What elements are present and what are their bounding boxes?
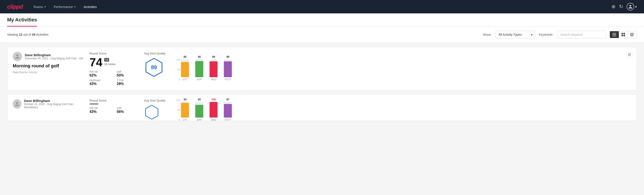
show-label: Show: [483, 33, 492, 36]
bar-group-ott: 94 OTT [181, 98, 189, 121]
search-input[interactable] [557, 31, 606, 38]
main-nav: Teams ▾ Performance ▾ Activities [30, 3, 604, 10]
svg-rect-9 [630, 35, 634, 35]
hexagon-wrapper: 89 [144, 57, 164, 78]
fw-hit-stat: FW Hit 62% [90, 70, 111, 78]
bar-container [195, 102, 203, 118]
bar-container [210, 102, 218, 118]
round-score-label: Round Score [90, 99, 138, 102]
svg-marker-12 [146, 105, 158, 119]
gir-stat: GIR 50% [117, 70, 138, 78]
bar-group-app: 90 APP [195, 55, 203, 81]
shot-quality-chart: 100 50 0 94 OTT 82 [176, 99, 631, 121]
nav-item-activities[interactable]: Activities [80, 3, 100, 10]
page-title: My Activities [7, 17, 37, 26]
avg-shot-quality: Avg Shot Quality 89 [144, 52, 171, 78]
avatar-chevron-icon: ▾ [635, 5, 637, 9]
round-score-label: Round Score [90, 52, 138, 55]
performance-chevron-icon: ▾ [74, 5, 76, 8]
bar-fill [210, 61, 218, 77]
bar-chart-area: 100 50 0 94 OTT 82 [176, 99, 631, 121]
holes-label: 18 Holes [104, 62, 116, 66]
activity-card: Dave Billingham December 05, 2021 - Gog … [7, 47, 637, 90]
round-score-row [90, 104, 138, 104]
bar-groups: 94 OTT 82 APP 106 [181, 99, 631, 121]
bar-fill [181, 103, 189, 118]
teams-chevron-icon: ▾ [44, 5, 46, 8]
nav-item-teams[interactable]: Teams ▾ [30, 3, 49, 10]
one-putt-stat: 1 Putt 28% [117, 79, 138, 86]
bar-container [181, 102, 189, 118]
avatar [13, 99, 22, 109]
user-name: Dave Billingham [24, 99, 84, 103]
round-score-row: 74 +4 18 Holes [90, 56, 138, 68]
bar-group-putt: 89 PUTT [224, 55, 232, 81]
chart-y-axis: 100 50 0 [176, 58, 180, 81]
user-details: Dave Billingham October 16, 2021 - Gog M… [24, 99, 84, 109]
bar-chart-area: 100 50 0 85 OTT 90 [176, 52, 631, 81]
avg-shot-quality: Avg Shot Quality [144, 99, 171, 120]
hexagon-wrapper [144, 104, 160, 120]
shot-quality-value: 89 [151, 64, 157, 70]
avatar [626, 3, 634, 10]
card-user-info: Dave Billingham October 16, 2021 - Gog M… [13, 99, 84, 111]
svg-rect-3 [622, 33, 623, 34]
shot-quality-label: Avg Shot Quality [144, 99, 166, 102]
round-score-stats: Round Score FW Hit 43% GIR 56% [90, 99, 138, 114]
view-toggle-group [610, 31, 637, 38]
bar-fill [195, 61, 203, 77]
bar-fill [181, 62, 189, 77]
nav-item-performance[interactable]: Performance ▾ [51, 3, 79, 10]
filter-bar: Viewing 12 out of 29 Activities Show: Al… [0, 27, 644, 42]
bar-group-putt: 87 PUTT [224, 98, 232, 121]
user-name: Dave Billingham [25, 53, 83, 57]
activity-card: Dave Billingham October 16, 2021 - Gog M… [7, 94, 637, 121]
activity-type-select-wrapper: All Activity Types Rounds Practice Lesso… [495, 31, 535, 38]
user-row: Dave Billingham December 05, 2021 - Gog … [13, 52, 84, 61]
svg-rect-2 [612, 36, 616, 36]
bar-container [195, 59, 203, 77]
user-row: Dave Billingham October 16, 2021 - Gog M… [13, 99, 84, 109]
bar-group-ott: 85 OTT [181, 55, 189, 81]
svg-rect-10 [630, 36, 633, 36]
refresh-icon[interactable]: ↻ [619, 4, 623, 10]
bar-fill [224, 104, 232, 118]
svg-rect-4 [624, 33, 625, 34]
bar-groups: 85 OTT 90 APP [181, 52, 631, 81]
bar-fill [195, 105, 203, 118]
activity-type-select[interactable]: All Activity Types Rounds Practice Lesso… [495, 31, 535, 38]
card-user-info: Dave Billingham December 05, 2021 - Gog … [13, 52, 84, 74]
bar-group-arg: 89 ARG [210, 55, 218, 81]
fw-hit-stat: FW Hit 43% [90, 107, 111, 114]
score-value: 74 [90, 56, 102, 68]
keywords-label: Keywords: [539, 33, 554, 36]
activity-date: October 16, 2021 - Gog Magog Golf Club -… [24, 103, 84, 109]
add-icon[interactable]: ⊕ [612, 4, 616, 10]
bar-fill [224, 61, 232, 77]
stat-grid: FW Hit 43% GIR 56% [90, 107, 138, 114]
svg-rect-5 [622, 35, 623, 36]
svg-rect-8 [630, 34, 633, 34]
bar-container [210, 59, 218, 77]
bar-container [224, 59, 232, 77]
score-placeholder [90, 104, 98, 104]
user-details: Dave Billingham December 05, 2021 - Gog … [25, 53, 83, 60]
shot-quality-chart: 100 50 0 85 OTT 90 [176, 52, 631, 81]
page-title-bar: My Activities [0, 14, 644, 27]
bar-container [224, 102, 232, 118]
svg-rect-0 [612, 33, 616, 34]
main-header: clippd Teams ▾ Performance ▾ Activities … [0, 0, 644, 14]
list-detail-view-button[interactable] [628, 31, 637, 38]
grid-view-button[interactable] [619, 31, 628, 38]
svg-rect-1 [612, 34, 616, 35]
list-compact-view-button[interactable] [610, 31, 619, 38]
bar-fill [210, 102, 218, 118]
viewing-count-text: Viewing 12 out of 29 Activities [7, 33, 479, 36]
logo[interactable]: clippd [7, 3, 23, 10]
bar-group-arg: 106 ARG [210, 98, 218, 121]
activity-title: Morning round of golf [13, 63, 84, 68]
user-avatar-button[interactable]: ▾ [626, 3, 637, 10]
bar-group-app: 82 APP [195, 98, 203, 121]
header-actions: ⊕ ↻ ▾ [612, 3, 637, 10]
chart-y-axis: 100 50 0 [176, 99, 180, 121]
